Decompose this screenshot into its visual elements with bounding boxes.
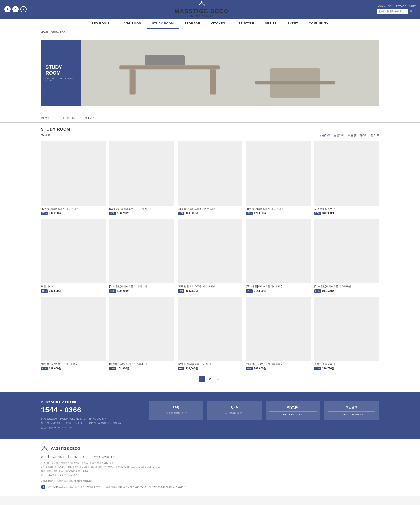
- svg-rect-8: [255, 81, 335, 84]
- footer-logo-text: MASSTIGE DECO: [50, 447, 80, 451]
- cafe-icon[interactable]: C: [12, 6, 19, 13]
- discount-badge-3: 33%: [246, 212, 253, 215]
- product-image-2: [178, 141, 242, 206]
- footer-nav-terms[interactable]: 이용약관: [73, 455, 84, 459]
- footer-nav-divider3: |: [88, 455, 89, 459]
- nav-item-storage[interactable]: STORAGE: [179, 19, 205, 29]
- sort-popular[interactable]: 인기도: [371, 133, 379, 137]
- product-image-3: [246, 141, 311, 206]
- discount-badge-10: 42%: [41, 367, 48, 370]
- footer-info-line3: 주소: 서울시 강남구 신사동 571-10 화정빌 80-4F: [41, 469, 379, 473]
- product-image-5: [41, 219, 106, 284]
- search-input[interactable]: [377, 9, 408, 14]
- login-link[interactable]: LOG-IN: [377, 5, 385, 7]
- price-row-6: 31% 129,250원: [109, 289, 174, 293]
- footer-link-qa[interactable]: Q&A 고객상담실 입니다.: [207, 401, 262, 420]
- footer-info-line2: 사업자등록번호: 229-09-11460 [사업자정보보면] / 통신판매업신…: [41, 465, 379, 469]
- sort-options: 낮은가격 높은가격 체품명 재조사 인기도: [320, 133, 379, 137]
- price-5: 332,500원: [49, 289, 61, 293]
- price-row-8: 31% 214,500원: [246, 289, 311, 293]
- footer-nav-home[interactable]: 홈: [41, 455, 44, 459]
- filter-tab-shelf[interactable]: SHELF CABINET: [56, 115, 78, 122]
- filter-tab-chair[interactable]: CHAIR: [85, 115, 93, 122]
- page-end[interactable]: 끝: [215, 376, 221, 382]
- price-8: 214,500원: [254, 289, 266, 293]
- product-card-12[interactable]: [33% 할인]매트프로 소파 목 개 33% 228,000원: [178, 297, 242, 371]
- total-count: Total 26: [41, 134, 50, 137]
- product-card-8[interactable]: [31% 할인]크리스로운 데스크세수 31% 214,500원: [246, 219, 311, 293]
- logo-sub: TREND WANTS: [189, 15, 214, 17]
- cart-link[interactable]: CART: [409, 5, 416, 7]
- nav-item-livingroom[interactable]: LIVING ROOM: [114, 19, 147, 29]
- nav-item-series[interactable]: SERIES: [260, 19, 282, 29]
- price-10: 108,000원: [49, 367, 61, 371]
- discount-badge-7: 31%: [178, 290, 184, 293]
- mypage-link[interactable]: MYPAGE: [396, 5, 406, 7]
- sort-name[interactable]: 체품명: [348, 133, 356, 137]
- join-link[interactable]: JOIN: [388, 5, 393, 7]
- product-image-0: [41, 141, 106, 206]
- product-card-10[interactable]: [행정특가 42% 할인]크리스로운 서 42% 108,000원: [41, 297, 106, 371]
- product-card-11[interactable]: [행정특가 42% 할인]크리스로운 서 42% 108,000원: [109, 297, 174, 371]
- banner-area: STUDY ROOM DESK, BOOK SHELF CABINET, CHA…: [0, 36, 420, 110]
- product-image-4: [314, 141, 379, 206]
- footer-nav-about[interactable]: 회사소개: [53, 455, 64, 459]
- product-image-6: [109, 219, 174, 284]
- discount-badge-9: 31%: [314, 290, 321, 293]
- discount-badge-11: 42%: [109, 367, 116, 370]
- product-card-0[interactable]: [32% 할인]크리스로운 디자인 체어 32% 146,250원: [41, 141, 106, 215]
- product-card-3[interactable]: [33% 할인]크리스로운 디자인 체어 33% 120,000원: [246, 141, 311, 215]
- footer-links: FAQ 자주묻는 질문은 여기에! Q&A 고객상담실 입니다. 이용안내 US…: [149, 401, 379, 420]
- plus-icon[interactable]: +: [20, 6, 27, 13]
- sort-register[interactable]: 재조사: [359, 133, 367, 137]
- product-image-8: [246, 219, 311, 284]
- sort-low-price[interactable]: 낮은가격: [320, 133, 330, 137]
- footer-nav-privacy[interactable]: 개인정보취급방침: [93, 455, 115, 459]
- banner-inner: STUDY ROOM DESK, BOOK SHELF CABINET, CHA…: [41, 40, 379, 106]
- product-card-1[interactable]: [32% 할인]크리스로운 디자인 체어 32% 138,750원: [109, 141, 174, 215]
- sort-high-price[interactable]: 높은가격: [334, 133, 344, 137]
- price-row-7: 31% 129,250원: [178, 289, 242, 293]
- banner-title-line2: ROOM: [45, 70, 76, 76]
- nav-item-lifestyle[interactable]: LIFE STYLE: [230, 19, 260, 29]
- qa-title: Q&A: [210, 405, 259, 409]
- nav-item-kitchen[interactable]: KITCHEN: [205, 19, 230, 29]
- product-card-14[interactable]: 필살카 콜프 캐비넷 31% 339,750원: [314, 297, 379, 371]
- product-card-9[interactable]: [31% 할인]크리스로운 데스크바닐 31% 214,500원: [314, 219, 379, 293]
- footer-link-guide[interactable]: 이용안내 USE GUIDANCE: [266, 401, 321, 420]
- nav-item-event[interactable]: EVENT: [282, 19, 303, 29]
- product-card-13[interactable]: [서프라이즈 40% 할인]매트프로 4 40% 163,000원: [246, 297, 311, 371]
- logo[interactable]: MASSTIGE DECO TREND WANTS: [175, 1, 229, 17]
- product-name-6: [31% 할인]크리스로운 미니 캐비넷: [109, 285, 174, 288]
- page-1[interactable]: 1: [199, 376, 205, 382]
- price-row-3: 33% 120,000원: [246, 211, 311, 215]
- nav-item-community[interactable]: COMMUNITY: [304, 19, 334, 29]
- cc-hour-sunday: 일요시일 pm12:00 ~ pm1:00: [41, 426, 140, 430]
- price-row-12: 33% 228,000원: [178, 367, 242, 371]
- footer-link-faq[interactable]: FAQ 자주묻는 질문은 여기에!: [149, 401, 204, 420]
- facebook-icon[interactable]: F: [4, 6, 11, 13]
- price-3: 120,000원: [254, 211, 266, 215]
- product-card-6[interactable]: [31% 할인]크리스로운 미니 캐비넷 31% 129,250원: [109, 219, 174, 293]
- svg-rect-3: [119, 65, 220, 69]
- product-card-7[interactable]: [31% 할인]크리스로운 미니 캐비넷 31% 129,250원: [178, 219, 242, 293]
- kcp-badge-icon: K: [41, 485, 45, 489]
- product-card-5[interactable]: 모건 데스크 29% 332,500원: [41, 219, 106, 293]
- nav-item-studyroom[interactable]: STUDY ROOM: [147, 19, 179, 29]
- product-card-2[interactable]: [33% 할인]크리스로운 디자인 체어 33% 120,000원: [178, 141, 242, 215]
- product-card-4[interactable]: 모건 북쉘프 캐비넷 32% 342,000원: [314, 141, 379, 215]
- price-12: 228,000원: [185, 367, 198, 371]
- search-button[interactable]: 🔍: [408, 9, 416, 14]
- top-links: LOG-IN JOIN MYPAGE CART: [377, 5, 416, 7]
- product-name-11: [행정특가 42% 할인]크리스로운 서: [109, 363, 174, 366]
- nav-item-bedroom[interactable]: BED ROOM: [86, 19, 114, 29]
- filter-tab-desk[interactable]: DESK: [41, 115, 49, 122]
- product-name-7: [31% 할인]크리스로운 미니 캐비넷: [178, 285, 242, 288]
- discount-badge-8: 31%: [246, 290, 253, 293]
- page-2[interactable]: 2: [207, 376, 213, 382]
- price-1: 138,750원: [117, 211, 130, 215]
- product-grid: [32% 할인]크리스로운 디자인 체어 32% 146,250원 [32% 할…: [41, 141, 379, 371]
- footer-link-payment[interactable]: 개인결제 PRIVATE PAYMENT: [324, 401, 379, 420]
- svg-rect-4: [130, 69, 136, 95]
- banner-title-line1: STUDY: [45, 64, 76, 70]
